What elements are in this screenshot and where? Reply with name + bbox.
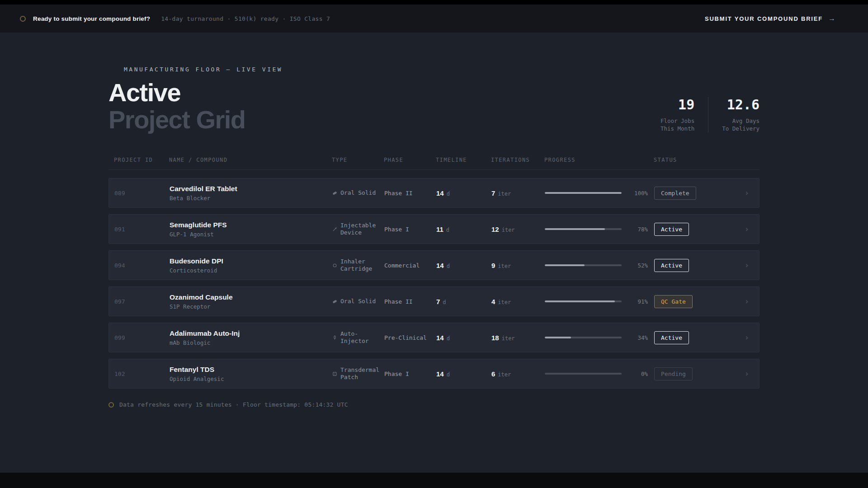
inhaler-icon bbox=[332, 263, 337, 268]
project-id: 097 bbox=[109, 298, 170, 305]
progress-percent: 91% bbox=[628, 298, 648, 305]
progress-percent: 0% bbox=[628, 371, 648, 377]
project-id: 094 bbox=[109, 262, 170, 269]
progress-percent: 52% bbox=[628, 262, 648, 269]
project-name: Ozanimod Capsule bbox=[170, 293, 332, 301]
timeline-unit: d bbox=[447, 263, 450, 269]
timeline-value: 11 bbox=[436, 225, 443, 233]
chevron-right-icon[interactable]: › bbox=[733, 297, 759, 306]
column-header-name-compound: NAME / COMPOUND bbox=[169, 157, 332, 163]
patch-icon bbox=[332, 371, 337, 376]
table-row-091[interactable]: 091 Semaglutide PFS GLP-1 Agonist Inject… bbox=[108, 214, 760, 244]
chevron-right-icon[interactable]: › bbox=[733, 369, 759, 378]
pill-icon bbox=[332, 191, 337, 196]
timeline-unit: d bbox=[447, 191, 450, 197]
status-badge: Pending bbox=[654, 367, 693, 380]
project-name: Carvedilol ER Tablet bbox=[170, 185, 332, 193]
table-row-094[interactable]: 094 Budesonide DPI Corticosteroid Inhale… bbox=[108, 250, 760, 280]
project-type: Oral Solid bbox=[340, 298, 376, 305]
chevron-right-icon[interactable]: › bbox=[733, 261, 759, 270]
timeline-unit: d bbox=[446, 227, 449, 233]
progress-bar bbox=[545, 300, 622, 302]
column-header-progress: PROGRESS bbox=[544, 157, 654, 163]
column-header-timeline: TIMELINE bbox=[436, 157, 491, 163]
iterations-value: 6 bbox=[491, 370, 495, 378]
project-type: Inhaler Cartridge bbox=[340, 258, 380, 272]
stat-floor-jobs: 19 Floor Jobs This Month bbox=[660, 97, 694, 132]
progress-percent: 100% bbox=[628, 190, 648, 197]
progress-percent: 34% bbox=[628, 334, 648, 341]
project-phase: Phase I bbox=[384, 371, 436, 377]
column-header-project-id: PROJECT ID bbox=[108, 157, 169, 163]
ring-icon bbox=[20, 16, 26, 22]
timeline-unit: d bbox=[447, 335, 450, 342]
progress-bar bbox=[545, 228, 622, 230]
iterations-value: 9 bbox=[491, 262, 495, 269]
banner-meta: 14-day turnaround · 510(k) ready · ISO C… bbox=[161, 15, 330, 22]
chevron-right-icon[interactable]: › bbox=[733, 333, 759, 342]
status-badge: Active bbox=[654, 331, 689, 344]
project-name: Fentanyl TDS bbox=[170, 366, 332, 374]
table-row-102[interactable]: 102 Fentanyl TDS Opioid Analgesic Transd… bbox=[108, 359, 760, 389]
project-phase: Pre-Clinical bbox=[384, 334, 436, 341]
iterations-value: 4 bbox=[491, 298, 495, 305]
auto-injector-icon bbox=[332, 335, 337, 340]
banner-headline: Ready to submit your compound brief? bbox=[33, 15, 150, 22]
project-compound: S1P Receptor bbox=[170, 303, 332, 310]
table-row-089[interactable]: 089 Carvedilol ER Tablet Beta Blocker Or… bbox=[108, 178, 760, 208]
page-title: Active Project Grid bbox=[108, 79, 245, 133]
status-badge: Active bbox=[654, 259, 689, 272]
progress-percent: 78% bbox=[628, 226, 648, 233]
progress-bar-fill bbox=[545, 192, 622, 194]
top-edge-strip bbox=[0, 0, 868, 5]
project-phase: Phase II bbox=[384, 298, 436, 305]
project-id: 091 bbox=[109, 226, 170, 233]
stat-avg-days-value: 12.6 bbox=[722, 97, 760, 113]
timeline-value: 14 bbox=[436, 189, 444, 197]
stat-floor-jobs-label: Floor Jobs This Month bbox=[660, 117, 694, 132]
main-content: MANUFACTURING FLOOR — LIVE VIEW Active P… bbox=[108, 66, 760, 408]
project-type: Injectable Device bbox=[340, 222, 380, 236]
project-name: Budesonide DPI bbox=[170, 257, 332, 265]
page-title-line1: Active bbox=[108, 79, 245, 106]
iterations-value: 18 bbox=[491, 334, 499, 342]
progress-bar-fill bbox=[545, 228, 605, 230]
stat-avg-days-label: Avg Days To Delivery bbox=[722, 117, 760, 132]
column-header-status: STATUS bbox=[654, 157, 732, 163]
progress-bar-fill bbox=[545, 337, 571, 338]
table-row-097[interactable]: 097 Ozanimod Capsule S1P Receptor Oral S… bbox=[108, 286, 760, 316]
iterations-value: 7 bbox=[491, 189, 495, 197]
status-badge: Active bbox=[654, 223, 689, 236]
iterations-unit: iter bbox=[498, 299, 511, 305]
timeline-unit: d bbox=[443, 299, 446, 305]
project-compound: Opioid Analgesic bbox=[170, 375, 332, 382]
chevron-right-icon[interactable]: › bbox=[733, 225, 759, 234]
stat-avg-days: 12.6 Avg Days To Delivery bbox=[722, 97, 760, 132]
project-rows: 089 Carvedilol ER Tablet Beta Blocker Or… bbox=[108, 178, 760, 389]
iterations-unit: iter bbox=[498, 371, 511, 378]
section-eyebrow: MANUFACTURING FLOOR — LIVE VIEW bbox=[124, 66, 760, 73]
project-compound: mAb Biologic bbox=[170, 339, 332, 346]
refresh-note-text: Data refreshes every 15 minutes · Floor … bbox=[119, 401, 348, 408]
summary-stats: 19 Floor Jobs This Month 12.6 Avg Days T… bbox=[660, 97, 760, 132]
table-row-099[interactable]: 099 Adalimumab Auto-Inj mAb Biologic Aut… bbox=[108, 323, 760, 352]
submit-compound-brief-label: SUBMIT YOUR COMPOUND BRIEF bbox=[705, 15, 823, 22]
timeline-value: 14 bbox=[436, 334, 444, 342]
timeline-value: 14 bbox=[436, 262, 444, 269]
page-title-line2: Project Grid bbox=[108, 106, 245, 133]
pill-icon bbox=[332, 299, 337, 304]
status-badge: QC Gate bbox=[654, 295, 693, 308]
timeline-unit: d bbox=[447, 371, 450, 378]
timeline-value: 14 bbox=[436, 370, 444, 378]
iterations-unit: iter bbox=[502, 335, 515, 342]
announcement-banner: Ready to submit your compound brief? 14-… bbox=[0, 5, 868, 33]
project-name: Semaglutide PFS bbox=[170, 221, 332, 229]
column-header-type: TYPE bbox=[332, 157, 384, 163]
iterations-unit: iter bbox=[498, 263, 511, 269]
progress-bar bbox=[545, 264, 622, 266]
submit-compound-brief-button[interactable]: SUBMIT YOUR COMPOUND BRIEF → bbox=[705, 15, 835, 22]
project-type: Oral Solid bbox=[340, 189, 376, 197]
project-compound: Corticosteroid bbox=[170, 267, 332, 274]
chevron-right-icon[interactable]: › bbox=[733, 188, 759, 197]
table-header-row: PROJECT ID NAME / COMPOUND TYPE PHASE TI… bbox=[108, 157, 760, 170]
